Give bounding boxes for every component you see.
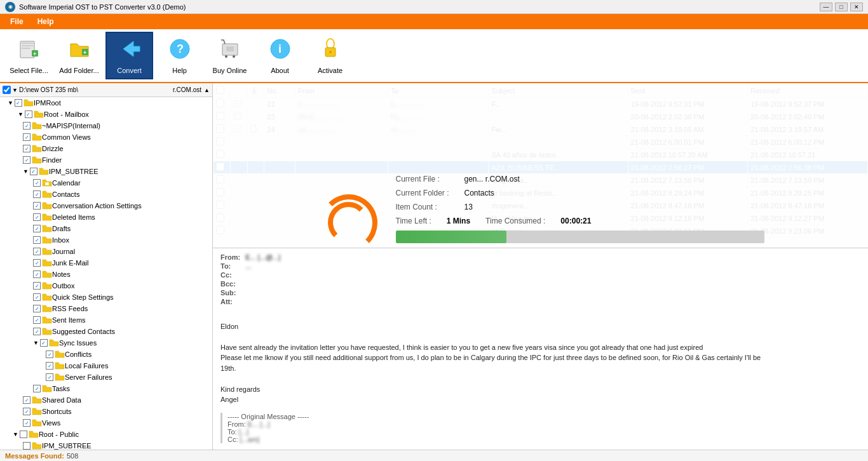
tree-node-deleted[interactable]: Deleted Items [0, 211, 212, 223]
tree-node-drafts[interactable]: Drafts [0, 223, 212, 234]
checkbox-tasks[interactable] [33, 385, 41, 392]
checkbox-calendar[interactable] [33, 179, 41, 187]
checkbox-shortcuts[interactable] [23, 408, 31, 415]
body-line-2: Please let me lknow if you still need ad… [220, 354, 761, 361]
tree-node-junk[interactable]: Junk E-Mail [0, 257, 212, 269]
svg-point-19 [329, 51, 332, 53]
bcc-header-label: Bcc: [220, 280, 240, 288]
tree-node-localfail[interactable]: Local Failures [0, 360, 212, 371]
tree-node-ipmsubtree[interactable]: ▼ IPM_SUBTREE [0, 166, 212, 177]
current-file-row: Current File : gen... r.COM.ost [396, 175, 764, 184]
tree-node-sent[interactable]: Sent Items [0, 314, 212, 326]
tree-node-mailbox[interactable]: ▼ Root - Mailbox [0, 109, 212, 120]
current-file-label: Current File : [396, 175, 459, 184]
convert-button[interactable]: Convert [105, 32, 153, 79]
menu-file[interactable]: File [4, 16, 30, 27]
checkbox-drafts[interactable] [33, 225, 41, 232]
tree-node-outbox[interactable]: Outbox [0, 280, 212, 291]
checkbox-rootpublic[interactable] [20, 431, 27, 438]
tree-node-finder[interactable]: Finder [0, 154, 212, 166]
tree-node-serverfail[interactable]: Server Failures [0, 371, 212, 383]
activate-button[interactable]: Activate [306, 32, 354, 79]
checkbox-finder[interactable] [23, 156, 31, 164]
tree-node-views[interactable]: Views [0, 417, 212, 429]
minimize-button[interactable]: — [820, 3, 832, 11]
close-button[interactable]: ✕ [850, 3, 863, 11]
tree-node-conflicts[interactable]: Conflicts [0, 349, 212, 360]
checkbox-commonviews[interactable] [23, 133, 31, 141]
about-button[interactable]: i About [256, 32, 304, 79]
cc-header-value [245, 271, 860, 279]
checkbox-deleted[interactable] [33, 213, 41, 221]
tree-node-shortcuts[interactable]: Shortcuts [0, 406, 212, 417]
folder-icon [32, 122, 42, 130]
tree-node-sync[interactable]: ▼ Sync Issues [0, 337, 212, 349]
folder-icon [42, 293, 52, 301]
time-left-label: Time Left : [396, 217, 431, 225]
buy-online-label: Buy Online [213, 67, 247, 74]
checkbox-views[interactable] [23, 419, 31, 427]
tree-node-quickstep[interactable]: Quick Step Settings [0, 291, 212, 303]
tree-node-conversation[interactable]: Conversation Action Settings [0, 200, 212, 211]
activate-label: Activate [318, 67, 342, 74]
checkbox-notes[interactable] [33, 271, 41, 278]
checkbox-junk[interactable] [33, 259, 41, 267]
original-msg-header: ----- Original Message ----- [227, 413, 309, 420]
tree-node-ipmroot[interactable]: ▼ IPMRoot [0, 97, 212, 109]
checkbox-ipmsubtree[interactable] [30, 168, 37, 175]
tree-node-calendar[interactable]: Calendar [0, 177, 212, 189]
calendar-folder-icon [42, 179, 52, 187]
bcc-header-value [245, 280, 860, 288]
checkbox-ipmroot[interactable] [15, 99, 22, 107]
tree-node-contacts[interactable]: Contacts [0, 189, 212, 200]
checkbox-conflicts[interactable] [46, 351, 53, 358]
node-label-sync: Sync Issues [59, 339, 97, 347]
checkbox-serverfail[interactable] [46, 373, 53, 381]
maximize-button[interactable]: □ [835, 3, 848, 11]
checkbox-localfail[interactable] [46, 362, 53, 370]
svg-text:?: ? [177, 43, 184, 55]
tree-root-checkbox[interactable] [3, 86, 11, 94]
svg-rect-2 [22, 45, 33, 46]
tree-node-commonviews[interactable]: Common Views [0, 131, 212, 143]
app-icon [5, 2, 15, 12]
checkbox-sent[interactable] [33, 316, 41, 324]
menu-help[interactable]: Help [31, 16, 60, 27]
tree-node-inbox[interactable]: Inbox [0, 234, 212, 246]
checkbox-mailbox[interactable] [25, 110, 32, 118]
tree-node-journal[interactable]: Journal [0, 246, 212, 257]
messages-found-value: 508 [67, 452, 78, 460]
checkbox-ipmsubtree2[interactable] [23, 442, 31, 450]
svg-text:i: i [278, 43, 281, 55]
add-folder-button[interactable]: + Add Folder... [55, 32, 103, 79]
checkbox-rss[interactable] [33, 305, 41, 312]
tree-node-notes[interactable]: Notes [0, 269, 212, 280]
checkbox-suggested[interactable] [33, 328, 41, 335]
checkbox-journal[interactable] [33, 248, 41, 255]
tree-header-path: D:\new OST 235 mb\ [19, 86, 173, 93]
tree-node-suggested[interactable]: Suggested Contacts [0, 326, 212, 337]
checkbox-mapisp[interactable] [23, 122, 31, 130]
checkbox-conversation[interactable] [33, 202, 41, 210]
checkbox-outbox[interactable] [33, 282, 41, 290]
tree-node-tasks[interactable]: Tasks [0, 383, 212, 394]
tree-node-mapisp[interactable]: ~MAPISP(Internal) [0, 120, 212, 131]
checkbox-contacts[interactable] [33, 190, 41, 198]
tree-node-ipmsubtree2[interactable]: IPM_SUBTREE [0, 440, 212, 450]
tree-node-shareddata[interactable]: Shared Data [0, 394, 212, 406]
checkbox-inbox[interactable] [33, 236, 41, 244]
sub-header-label: Sub: [220, 289, 240, 297]
help-button[interactable]: ? Help [156, 32, 203, 79]
buy-online-button[interactable]: Buy Online [206, 32, 254, 79]
checkbox-quickstep[interactable] [33, 293, 41, 301]
checkbox-drizzle[interactable] [23, 145, 31, 152]
select-file-button[interactable]: + Select File... [5, 32, 53, 79]
tree-node-drizzle[interactable]: Drizzle [0, 143, 212, 154]
checkbox-sync[interactable] [40, 339, 48, 347]
checkbox-shareddata[interactable] [23, 396, 31, 404]
tree-node-rootpublic[interactable]: ▼ Root - Public [0, 429, 212, 440]
node-label-drizzle: Drizzle [42, 145, 64, 152]
activate-icon [319, 37, 342, 65]
app-title: Software Imperial OST to PST Converter v… [19, 3, 820, 11]
tree-node-rss[interactable]: RSS Feeds [0, 303, 212, 314]
